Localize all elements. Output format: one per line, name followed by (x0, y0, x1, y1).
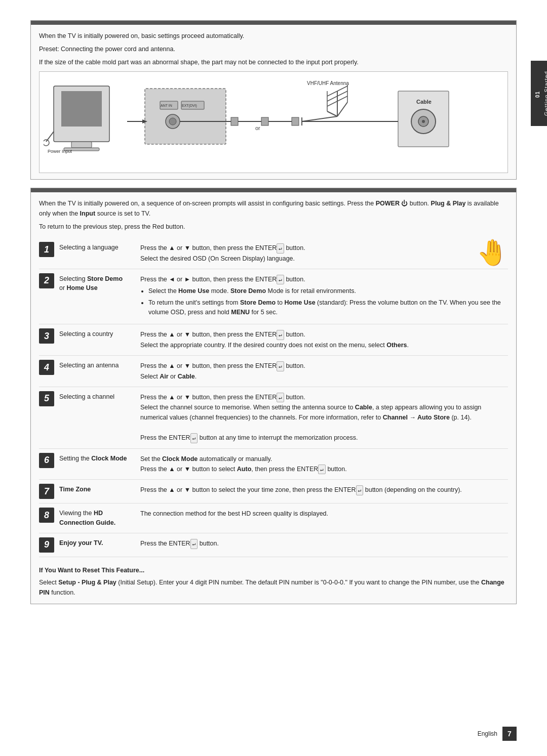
pnp-note-text: To return to the previous step, press th… (39, 223, 185, 230)
step-desc: Press the ▲ or ▼ button, then press the … (138, 324, 508, 356)
svg-rect-2 (71, 142, 92, 148)
step-number: 2 (39, 273, 54, 288)
connection-section: When the TV is initially powered on, bas… (30, 20, 517, 180)
step-label: Selecting an antenna (57, 356, 138, 387)
step-label: Selecting a channel (57, 387, 138, 448)
table-row: 3 Selecting a country Press the ▲ or ▼ b… (39, 324, 508, 356)
step-label: Selecting a language (57, 238, 138, 269)
step-number: 8 (39, 508, 54, 523)
enter-icon: ↵ (277, 361, 284, 371)
svg-line-31 (337, 102, 347, 116)
svg-rect-7 (145, 89, 226, 144)
step-label: Enjoy your TV. (57, 533, 138, 557)
step-desc: Press the ▲ or ▼ button, then press the … (138, 238, 508, 269)
svg-point-38 (422, 120, 425, 123)
step-desc: Press the ▲ or ▼ button, then press the … (138, 356, 508, 387)
language-label: English (478, 730, 497, 737)
step-label: Viewing the HDConnection Guide. (57, 503, 138, 533)
step-num-cell: 4 (39, 356, 57, 387)
steps-table: 1 Selecting a language Press the ▲ or ▼ … (39, 238, 508, 557)
pnp-note: To return to the previous step, press th… (39, 222, 508, 232)
section1-content: When the TV is initially powered on, bas… (31, 25, 516, 179)
diagram-svg: Power Input ANT IN EXT(DVI) (44, 76, 479, 167)
step-label: Selecting a country (57, 324, 138, 356)
intro-text-1: When the TV is initially powered on, bas… (39, 31, 508, 41)
steps-container: 🤚 1 Selecting a language Pres (39, 238, 508, 557)
svg-text:Power Input: Power Input (48, 149, 72, 154)
svg-rect-20 (292, 117, 299, 125)
table-row: 9 Enjoy your TV. Press the ENTER↵ button… (39, 533, 508, 557)
plug-play-section: When the TV is initially powered on, a s… (30, 188, 517, 604)
section-header-bar (31, 21, 516, 25)
step-num-cell: 3 (39, 324, 57, 356)
reset-title: If You Want to Reset This Feature... (39, 565, 508, 575)
svg-line-30 (327, 111, 337, 116)
svg-text:VHF/UHF Antenna: VHF/UHF Antenna (307, 80, 349, 86)
section2-content: When the TV is initially powered on, a s… (31, 192, 516, 604)
chapter-number: 01 (535, 91, 540, 98)
step-desc: Set the Clock Mode automatically or manu… (138, 448, 508, 480)
svg-rect-1 (61, 91, 102, 127)
svg-rect-18 (261, 117, 268, 125)
step-num-cell: 2 (39, 269, 57, 324)
step-num-cell: 1 (39, 238, 57, 269)
step-label: Setting the Clock Mode (57, 448, 138, 480)
chapter-label: Getting Started (543, 71, 547, 116)
pnp-intro-1: When the TV is initially powered on, a s… (39, 200, 499, 217)
enter-icon: ↵ (277, 393, 284, 403)
table-row: 6 Setting the Clock Mode Set the Clock M… (39, 448, 508, 480)
page-footer: English 7 (478, 727, 517, 741)
step-number: 6 (39, 453, 54, 468)
svg-text:or: or (255, 125, 260, 131)
svg-text:ANT IN: ANT IN (161, 104, 172, 107)
step-num-cell: 7 (39, 480, 57, 503)
step-number: 1 (39, 242, 54, 257)
step-num-cell: 5 (39, 387, 57, 448)
step-label: Time Zone (57, 480, 138, 503)
section2-header-bar (31, 188, 516, 192)
step-num-cell: 6 (39, 448, 57, 480)
table-row: 8 Viewing the HDConnection Guide. The co… (39, 503, 508, 533)
table-row: 7 Time Zone Press the ▲ or ▼ button to s… (39, 480, 508, 503)
svg-text:Cable: Cable (416, 99, 432, 105)
enter-icon: ↵ (277, 243, 284, 254)
enter-icon: ↵ (318, 465, 326, 475)
hand-icon: 🤚 (477, 238, 508, 267)
enter-icon: ↵ (190, 539, 198, 549)
step-number: 7 (39, 484, 54, 499)
table-row: 1 Selecting a language Press the ▲ or ▼ … (39, 238, 508, 269)
enter-icon: ↵ (277, 330, 284, 340)
reset-text: Select Setup - Plug & Play (Initial Setu… (39, 577, 508, 598)
page-number: 7 (502, 727, 517, 741)
intro-text-3: If the size of the cable mold part was a… (39, 57, 508, 67)
step-desc: Press the ▲ or ▼ button, then press the … (138, 387, 508, 448)
svg-point-13 (169, 118, 176, 125)
page-container: 01 Getting Started When the TV is initia… (0, 0, 547, 756)
step-number: 3 (39, 328, 54, 344)
step-label: Selecting Store Demoor Home Use (57, 269, 138, 324)
table-row: 2 Selecting Store Demoor Home Use Press … (39, 269, 508, 324)
step-desc: Press the ▲ or ▼ button to select the yo… (138, 480, 508, 503)
step-desc: Press the ENTER↵ button. (138, 533, 508, 557)
reset-section: If You Want to Reset This Feature... Sel… (39, 565, 508, 598)
step-number: 5 (39, 391, 54, 406)
enter-icon: ↵ (190, 433, 198, 443)
step-desc: Press the ◄ or ► button, then press the … (138, 269, 508, 324)
intro-text-2: Preset: Connecting the power cord and an… (39, 44, 508, 54)
enter-icon: ↵ (277, 275, 284, 285)
table-row: 4 Selecting an antenna Press the ▲ or ▼ … (39, 356, 508, 387)
side-tab: 01 Getting Started (531, 61, 547, 126)
step-number: 4 (39, 360, 54, 375)
table-row: 5 Selecting a channel Press the ▲ or ▼ b… (39, 387, 508, 448)
pnp-intro-text: When the TV is initially powered on, a s… (39, 198, 508, 219)
connection-diagram: Power Input ANT IN EXT(DVI) (39, 71, 508, 173)
enter-icon: ↵ (356, 485, 364, 495)
step-num-cell: 8 (39, 503, 57, 533)
svg-rect-15 (231, 117, 238, 125)
step-number: 9 (39, 537, 54, 553)
svg-line-32 (302, 116, 337, 121)
step-desc: The connection method for the best HD sc… (138, 503, 508, 533)
svg-text:EXT(DVI): EXT(DVI) (182, 104, 197, 108)
step-num-cell: 9 (39, 533, 57, 557)
